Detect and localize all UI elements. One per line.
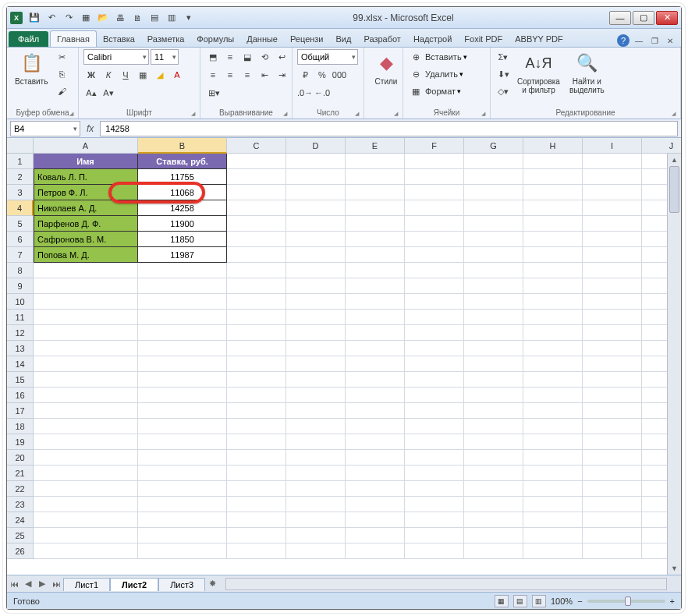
row-header-22[interactable]: 22 — [7, 481, 34, 497]
cell-C26[interactable] — [227, 543, 286, 559]
cell-D25[interactable] — [286, 528, 346, 543]
row-header-1[interactable]: 1 — [7, 154, 34, 169]
cell-F22[interactable] — [405, 481, 464, 497]
cell-F24[interactable] — [405, 512, 464, 528]
zoom-slider[interactable] — [587, 600, 665, 603]
cell-B5[interactable]: 11900 — [138, 216, 227, 232]
cell-D12[interactable] — [286, 325, 346, 341]
cell-I18[interactable] — [583, 419, 642, 434]
cell-B6[interactable]: 11850 — [138, 232, 227, 247]
cell-H7[interactable] — [523, 247, 583, 263]
sheet-nav-last[interactable]: ⏭ — [49, 579, 63, 589]
cell-C4[interactable] — [227, 200, 286, 216]
worksheet-grid[interactable]: ABCDEFGHIJ 12345678910111213141516171819… — [7, 138, 681, 575]
cell-H10[interactable] — [523, 294, 583, 310]
cell-G11[interactable] — [464, 310, 523, 325]
format-painter-button[interactable]: 🖌 — [54, 83, 69, 99]
wrap-text[interactable]: ↩ — [274, 49, 289, 65]
cell-A15[interactable] — [34, 372, 138, 388]
tab-home[interactable]: Главная — [50, 30, 97, 47]
cell-G7[interactable] — [464, 247, 523, 263]
cell-G10[interactable] — [464, 294, 523, 310]
col-header-I[interactable]: I — [583, 138, 642, 154]
row-header-6[interactable]: 6 — [7, 232, 34, 247]
mdi-close[interactable]: ✕ — [664, 35, 676, 46]
cell-H1[interactable] — [523, 154, 583, 169]
cell-G1[interactable] — [464, 154, 523, 169]
cell-E24[interactable] — [346, 512, 405, 528]
cell-G8[interactable] — [464, 263, 523, 278]
cell-B18[interactable] — [138, 419, 227, 434]
cell-C22[interactable] — [227, 481, 286, 497]
close-button[interactable]: ✕ — [656, 11, 678, 25]
cell-F7[interactable] — [405, 247, 464, 263]
vertical-scrollbar[interactable]: ▲ ▼ — [667, 154, 681, 575]
font-name-combo[interactable]: Calibri — [83, 49, 149, 65]
cell-I22[interactable] — [583, 481, 642, 497]
cell-D10[interactable] — [286, 294, 346, 310]
row-header-4[interactable]: 4 — [7, 200, 34, 216]
tab-review[interactable]: Рецензи — [284, 31, 330, 47]
cell-C20[interactable] — [227, 450, 286, 466]
bold-button[interactable]: Ж — [83, 67, 99, 83]
cell-F1[interactable] — [405, 154, 464, 169]
cell-E16[interactable] — [346, 388, 405, 403]
help-icon[interactable]: ? — [617, 34, 629, 47]
cell-C1[interactable] — [227, 154, 286, 169]
cell-A11[interactable] — [34, 310, 138, 325]
tab-view[interactable]: Вид — [330, 31, 358, 47]
cell-D4[interactable] — [286, 200, 346, 216]
row-header-18[interactable]: 18 — [7, 419, 34, 434]
cell-C2[interactable] — [227, 169, 286, 185]
percent-button[interactable]: % — [314, 67, 330, 83]
sheet-tab-1[interactable]: Лист1 — [63, 578, 110, 591]
cell-G21[interactable] — [464, 466, 523, 481]
cell-E1[interactable] — [346, 154, 405, 169]
cell-I7[interactable] — [583, 247, 642, 263]
cell-F11[interactable] — [405, 310, 464, 325]
cell-H4[interactable] — [523, 200, 583, 216]
cell-G19[interactable] — [464, 434, 523, 450]
mdi-restore[interactable]: ❐ — [648, 35, 661, 46]
cell-G2[interactable] — [464, 169, 523, 185]
cell-E19[interactable] — [346, 434, 405, 450]
cell-C5[interactable] — [227, 216, 286, 232]
styles-button[interactable]: ◆ Стили — [369, 49, 403, 87]
cell-A10[interactable] — [34, 294, 138, 310]
tab-layout[interactable]: Разметка — [141, 31, 191, 47]
qat-m2[interactable]: ▥ — [164, 10, 179, 26]
cell-E18[interactable] — [346, 419, 405, 434]
cell-C8[interactable] — [227, 263, 286, 278]
cell-H14[interactable] — [523, 356, 583, 372]
cell-A19[interactable] — [34, 434, 138, 450]
horizontal-scrollbar[interactable] — [225, 578, 667, 590]
cell-G3[interactable] — [464, 185, 523, 200]
cell-D23[interactable] — [286, 497, 346, 512]
cell-C12[interactable] — [227, 325, 286, 341]
align-bottom[interactable]: ⬓ — [239, 49, 255, 65]
col-header-J[interactable]: J — [642, 138, 681, 154]
orientation[interactable]: ⟲ — [257, 49, 272, 65]
cell-G23[interactable] — [464, 497, 523, 512]
formula-input[interactable]: 14258 — [100, 121, 678, 136]
row-header-7[interactable]: 7 — [7, 247, 34, 263]
cell-I10[interactable] — [583, 294, 642, 310]
tab-data[interactable]: Данные — [240, 31, 284, 47]
cell-A18[interactable] — [34, 419, 138, 434]
cell-F5[interactable] — [405, 216, 464, 232]
cell-H23[interactable] — [523, 497, 583, 512]
cell-E13[interactable] — [346, 341, 405, 356]
row-header-12[interactable]: 12 — [7, 325, 34, 341]
cell-A16[interactable] — [34, 388, 138, 403]
sort-filter-button[interactable]: A↓Я Сортировка и фильтр — [514, 49, 563, 96]
cell-C24[interactable] — [227, 512, 286, 528]
view-pagebreak[interactable]: ▥ — [532, 595, 546, 607]
cell-D20[interactable] — [286, 450, 346, 466]
cell-A25[interactable] — [34, 528, 138, 543]
cell-I23[interactable] — [583, 497, 642, 512]
border-button[interactable]: ▦ — [135, 67, 151, 83]
cell-I2[interactable] — [583, 169, 642, 185]
row-header-23[interactable]: 23 — [7, 497, 34, 512]
qat-print[interactable]: 🖶 — [112, 10, 128, 26]
cell-F6[interactable] — [405, 232, 464, 247]
